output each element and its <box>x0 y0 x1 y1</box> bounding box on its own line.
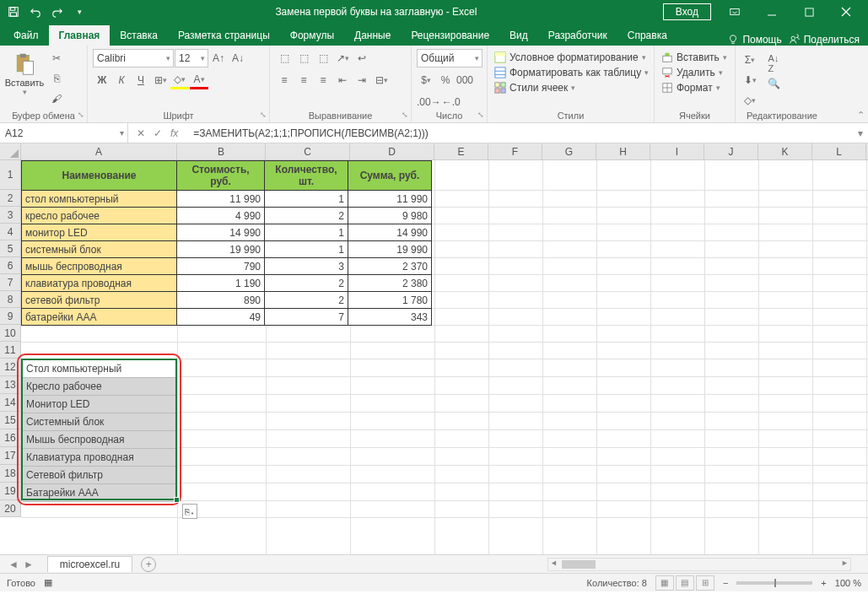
svg-rect-20 <box>501 89 505 93</box>
tab-home[interactable]: Главная <box>49 25 111 46</box>
align-center-icon[interactable]: ≡ <box>294 71 313 89</box>
fill-icon[interactable]: ⬇ <box>741 71 759 89</box>
worksheet-grid[interactable]: ABCDEFGHIJKL 123456789101112131415161718… <box>0 143 868 554</box>
autofill-options-icon[interactable]: ⎘▾ <box>182 504 197 519</box>
fx-icon[interactable]: fx <box>170 127 178 139</box>
sheet-tab[interactable]: microexcel.ru <box>47 556 132 572</box>
align-right-icon[interactable]: ≡ <box>314 71 332 89</box>
tab-developer[interactable]: Разработчик <box>538 25 617 46</box>
font-color-icon[interactable]: A <box>190 71 208 89</box>
decrease-font-icon[interactable]: A↓ <box>229 49 247 67</box>
currency-icon[interactable]: $ <box>417 71 435 89</box>
select-all-corner[interactable] <box>0 143 21 160</box>
formula-bar: A12 ✕ ✓ fx =ЗАМЕНИТЬ(A2;1;1;ПРОПИСН(ЛЕВС… <box>0 123 868 143</box>
name-box[interactable]: A12 <box>0 123 128 143</box>
data-table[interactable]: НаименованиеСтоимость, руб.Количество, ш… <box>21 160 432 326</box>
format-painter-icon[interactable]: 🖌 <box>47 89 66 108</box>
decrease-indent-icon[interactable]: ⇤ <box>333 71 352 89</box>
row-headers[interactable]: 1234567891011121314151617181920 <box>0 160 21 517</box>
copy-icon[interactable]: ⎘ <box>47 69 66 88</box>
svg-rect-21 <box>663 56 672 62</box>
delete-cells[interactable]: Удалить <box>660 66 725 79</box>
ribbon-options-icon[interactable] <box>716 0 753 24</box>
sheet-nav-prev-icon[interactable]: ◄ <box>8 559 19 570</box>
accept-formula-icon[interactable]: ✓ <box>154 127 162 139</box>
autosum-icon[interactable]: Σ <box>741 51 759 69</box>
format-cells[interactable]: Формат <box>660 81 722 94</box>
zoom-in-icon[interactable]: + <box>821 578 826 588</box>
close-icon[interactable] <box>828 0 865 24</box>
decrease-decimal-icon[interactable]: ←.0 <box>442 93 461 111</box>
share-button[interactable]: Поделиться <box>789 34 860 46</box>
paste-button[interactable]: Вставить ▾ <box>5 49 44 96</box>
formula-input[interactable]: =ЗАМЕНИТЬ(A2;1;1;ПРОПИСН(ЛЕВСИМВ(A2;1))) <box>186 127 853 139</box>
fill-color-icon[interactable]: ◇ <box>170 71 189 89</box>
svg-rect-10 <box>20 54 26 57</box>
increase-decimal-icon[interactable]: .00→ <box>417 93 441 111</box>
tab-review[interactable]: Рецензирование <box>401 25 499 46</box>
horizontal-scrollbar[interactable] <box>547 558 851 571</box>
sheet-nav-next-icon[interactable]: ► <box>24 559 34 570</box>
maximize-icon[interactable] <box>790 0 828 24</box>
page-break-view-icon[interactable]: ⊞ <box>696 575 714 591</box>
cancel-formula-icon[interactable]: ✕ <box>137 127 145 139</box>
zoom-slider[interactable] <box>736 581 812 585</box>
insert-cells[interactable]: Вставить <box>660 51 729 64</box>
column-headers[interactable]: ABCDEFGHIJKL <box>21 143 868 160</box>
align-bottom-icon[interactable]: ⬚ <box>314 49 332 67</box>
comma-icon[interactable]: 000 <box>456 71 474 89</box>
macro-record-icon[interactable]: ▦ <box>44 577 52 588</box>
zoom-out-icon[interactable]: − <box>723 578 728 588</box>
clear-icon[interactable]: ◇ <box>741 91 759 110</box>
tab-layout[interactable]: Разметка страницы <box>168 25 280 46</box>
bold-button[interactable]: Ж <box>93 71 111 89</box>
increase-font-icon[interactable]: A↑ <box>209 49 228 67</box>
expand-formula-icon[interactable]: ▾ <box>853 127 868 139</box>
svg-rect-2 <box>11 13 17 16</box>
cell-styles[interactable]: Стили ячеек <box>493 81 577 94</box>
cut-icon[interactable]: ✂ <box>47 49 66 67</box>
wrap-text-icon[interactable]: ↩ <box>353 49 371 67</box>
status-ready: Готово <box>7 578 35 588</box>
qat-dropdown-icon[interactable]: ▾ <box>69 2 89 22</box>
selected-range[interactable]: Стол компьютерныйКресло рабочееМонитор L… <box>21 359 177 500</box>
increase-indent-icon[interactable]: ⇥ <box>353 71 371 89</box>
svg-rect-11 <box>23 62 33 75</box>
font-name-select[interactable]: Calibri <box>93 49 174 67</box>
align-middle-icon[interactable]: ⬚ <box>294 49 313 67</box>
quick-access-toolbar: ▾ <box>3 2 89 22</box>
fill-handle[interactable] <box>174 497 180 503</box>
align-left-icon[interactable]: ≡ <box>275 71 294 89</box>
tab-formulas[interactable]: Формулы <box>280 25 344 46</box>
merge-icon[interactable]: ⊟ <box>372 71 391 89</box>
borders-icon[interactable]: ⊞ <box>151 71 170 89</box>
tab-view[interactable]: Вид <box>499 25 538 46</box>
tab-file[interactable]: Файл <box>3 25 49 46</box>
format-as-table[interactable]: Форматировать как таблицу <box>493 66 650 79</box>
save-icon[interactable] <box>3 2 24 22</box>
conditional-formatting[interactable]: Условное форматирование <box>493 51 648 64</box>
percent-icon[interactable]: % <box>436 71 455 89</box>
page-layout-view-icon[interactable]: ▤ <box>676 575 694 591</box>
collapse-ribbon-icon[interactable]: ⌃ <box>857 110 865 121</box>
tab-insert[interactable]: Вставка <box>110 25 168 46</box>
login-button[interactable]: Вход <box>663 3 711 20</box>
tell-me[interactable]: Помощь <box>727 34 781 46</box>
minimize-icon[interactable] <box>753 0 790 24</box>
redo-icon[interactable] <box>47 2 67 22</box>
tab-data[interactable]: Данные <box>344 25 401 46</box>
zoom-level[interactable]: 100 % <box>835 578 861 588</box>
undo-icon[interactable] <box>25 2 46 22</box>
align-top-icon[interactable]: ⬚ <box>275 49 294 67</box>
number-format-select[interactable]: Общий <box>417 49 483 67</box>
underline-button[interactable]: Ч <box>132 71 150 89</box>
normal-view-icon[interactable]: ▦ <box>655 575 674 591</box>
svg-rect-17 <box>495 83 499 87</box>
sort-filter-icon[interactable]: A↓Z <box>764 54 783 73</box>
tab-help[interactable]: Справка <box>617 25 677 46</box>
add-sheet-icon[interactable]: + <box>141 557 156 572</box>
find-icon[interactable]: 🔍 <box>764 74 783 93</box>
font-size-select[interactable]: 12 <box>175 49 208 67</box>
italic-button[interactable]: К <box>112 71 131 89</box>
orientation-icon[interactable]: ↗ <box>333 49 352 67</box>
